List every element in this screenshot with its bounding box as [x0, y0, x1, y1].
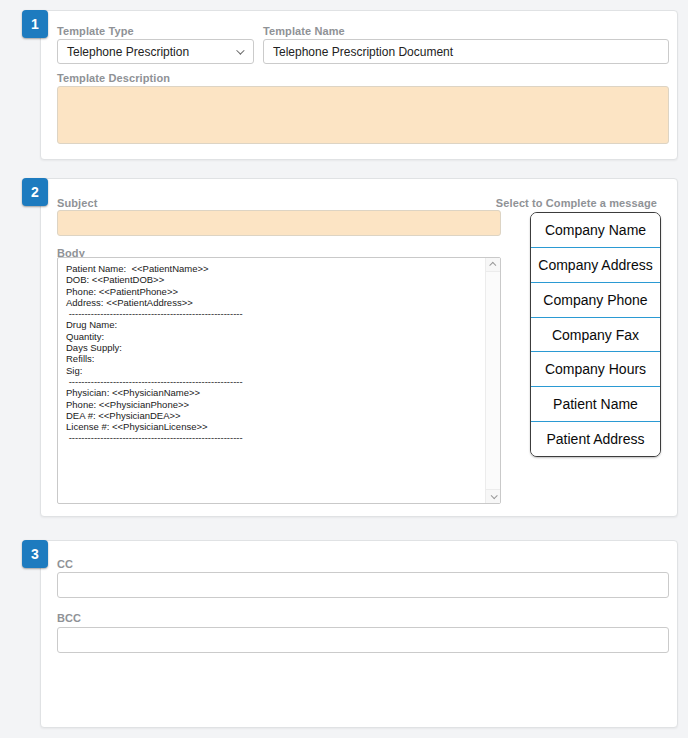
subject-input[interactable] [57, 210, 501, 236]
picker-item-patient-name[interactable]: Patient Name [531, 386, 660, 421]
picker-item-company-phone[interactable]: Company Phone [531, 282, 660, 317]
template-name-input[interactable] [263, 39, 669, 64]
body-text: Patient Name: <<PatientName>> DOB: <<Pat… [58, 258, 484, 503]
message-field-picker-panel: Company Name Company Address Company Pho… [530, 212, 661, 457]
bcc-label: BCC [57, 612, 81, 624]
scroll-down-icon [490, 492, 497, 499]
picker-item-patient-address[interactable]: Patient Address [531, 421, 660, 456]
template-description-textarea[interactable] [57, 86, 669, 144]
picker-item-company-hours[interactable]: Company Hours [531, 351, 660, 386]
template-type-label: Template Type [57, 25, 134, 37]
picker-item-company-address[interactable]: Company Address [531, 247, 660, 282]
picker-item-company-name[interactable]: Company Name [531, 213, 660, 247]
section-2-badge: 2 [22, 178, 48, 206]
scroll-up-icon [489, 262, 496, 269]
template-type-select[interactable]: Telephone Prescription [57, 39, 254, 64]
picker-item-company-fax[interactable]: Company Fax [531, 317, 660, 352]
bcc-input[interactable] [57, 627, 669, 653]
section-3-badge: 3 [22, 540, 48, 568]
body-scrollbar[interactable] [485, 258, 500, 503]
template-description-label: Template Description [57, 72, 170, 84]
message-content-card: Subject Select to Complete a message Com… [40, 178, 678, 517]
template-type-selected-value: Telephone Prescription [67, 45, 189, 59]
body-textarea[interactable]: Patient Name: <<PatientName>> DOB: <<Pat… [57, 257, 501, 504]
section-1-badge: 1 [22, 10, 48, 38]
subject-label: Subject [57, 197, 97, 209]
cc-input[interactable] [57, 572, 669, 598]
template-info-card: Template Type Telephone Prescription Tem… [40, 10, 678, 160]
cc-label: CC [57, 558, 73, 570]
recipients-card: CC BCC [40, 540, 678, 728]
picker-panel-label: Select to Complete a message [496, 197, 657, 209]
scroll-up-button[interactable] [486, 258, 500, 272]
template-editor-page: 1 2 3 Template Type Telephone Prescripti… [0, 0, 688, 738]
chevron-down-icon [236, 46, 244, 54]
scroll-down-button[interactable] [486, 489, 500, 503]
template-name-label: Template Name [263, 25, 345, 37]
